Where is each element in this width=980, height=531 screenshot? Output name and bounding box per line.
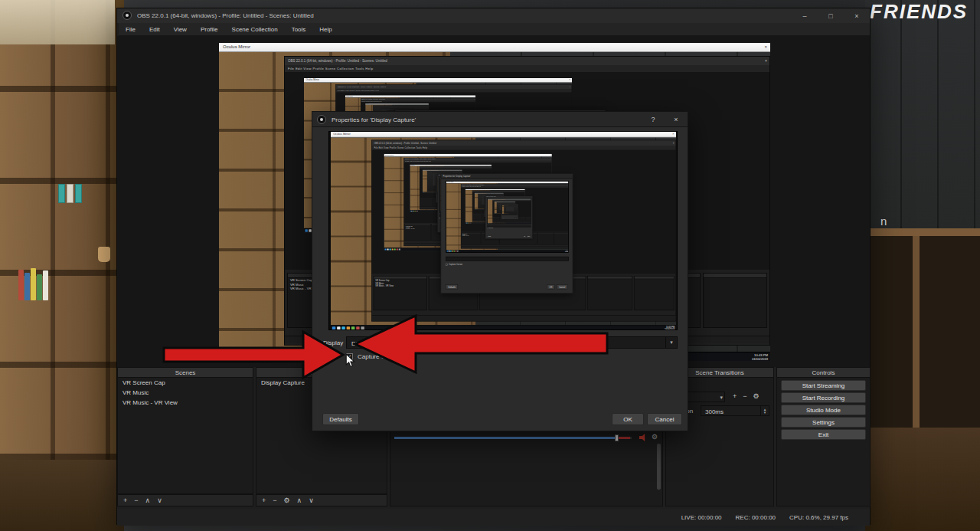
spacer [504, 218, 514, 219]
menu-edit[interactable]: Edit [142, 26, 167, 33]
scenes-dock-header: Scenes [117, 367, 253, 378]
window-controls: – □ × [792, 8, 870, 23]
mini-obs-title: OBS 22.0.1 (64-bit, windows) - Profile: … [338, 86, 386, 87]
taskbar-tray: 10:43 PM24/06/2018 [752, 353, 768, 361]
menu-file[interactable]: File [119, 26, 142, 33]
dialog-close-button[interactable]: × [669, 112, 683, 127]
obs-logo-icon [317, 115, 326, 124]
start-recording-button[interactable]: Start Recording [781, 392, 866, 403]
volume-slider-handle[interactable] [615, 434, 619, 441]
remove-source-icon[interactable]: − [273, 497, 276, 504]
menu-profile[interactable]: Profile [194, 26, 225, 33]
mini-obs-titlebar: OBS 22.0.1 (64-bit, windows) - Profile: … [372, 140, 676, 146]
taskbar-clock: 10:43 PM24/06/2018 [565, 251, 569, 252]
move-source-down-icon[interactable]: ∨ [309, 497, 314, 504]
mirror-window-title: Oculus Mirror [385, 154, 394, 156]
chevron-down-icon[interactable]: ▾ [665, 337, 677, 348]
menu-help[interactable]: Help [312, 26, 338, 33]
cancel-button[interactable]: Cancel [647, 413, 682, 425]
menu-view[interactable]: View [167, 26, 194, 33]
ok-button[interactable]: OK [612, 413, 644, 425]
sources-toolbar: + − ⚙ ∧ ∨ [256, 494, 387, 506]
mini-display-select [502, 215, 518, 215]
mini-obs-window [504, 205, 518, 214]
wood-floor [0, 460, 124, 531]
add-transition-icon[interactable]: + [733, 393, 737, 400]
scene-item[interactable]: VR Music [118, 388, 253, 398]
studio-mode-button[interactable]: Studio Mode [781, 405, 866, 415]
settings-button[interactable]: Settings [781, 417, 866, 428]
nested-screen-wrap: Oculus Mirror×FRIENDSOBS 22.0.1 (64-bit,… [446, 182, 569, 252]
mini-checkbox-label: Capture Cursor [449, 264, 462, 266]
taskbar-app-icon [356, 326, 359, 329]
exit-button[interactable]: Exit [781, 429, 866, 440]
scene-item[interactable]: VR Screen Cap [118, 378, 253, 388]
mini-dock: VR Screen CapVR MusicVR Music - VR View [420, 198, 433, 207]
mirror-close-icon: × [474, 96, 475, 97]
menu-bar: File Edit View Profile Scene Collection … [119, 23, 870, 36]
source-properties-icon[interactable]: ⚙ [284, 497, 290, 504]
mini-ok-button: OK [523, 235, 526, 237]
display-select[interactable]: Display 0: 1920x1080 @ 0,0 ▾ [346, 336, 678, 349]
mini-dock-header [704, 274, 767, 278]
maximize-button[interactable]: □ [818, 8, 844, 23]
obs-titlebar[interactable]: OBS 22.0.1 (64-bit, windows) - Profile: … [117, 8, 870, 23]
mini-display-select [487, 225, 531, 227]
taskbar-app-icon [397, 248, 398, 250]
mixer-scrollbar[interactable] [657, 444, 661, 490]
move-source-up-icon[interactable]: ∧ [297, 497, 302, 504]
add-source-icon[interactable]: + [262, 497, 266, 504]
menu-scene-collection[interactable]: Scene Collection [225, 26, 285, 33]
mirror-window-title: Oculus Mirror [305, 79, 319, 81]
spinner-arrows[interactable]: ▴ ▾ [760, 406, 769, 415]
mini-obs-title: OBS 22.0.1 (64-bit, windows) - Profile: … [462, 185, 484, 185]
dialog-titlebar[interactable]: Properties for 'Display Capture' ? × [312, 112, 688, 127]
taskbar-app-icon [244, 354, 250, 359]
volume-slider-fill [394, 437, 618, 439]
defaults-button[interactable]: Defaults [322, 413, 359, 425]
remove-scene-icon[interactable]: − [134, 497, 138, 504]
taskbar-app-icon [347, 326, 350, 329]
move-scene-down-icon[interactable]: ∨ [157, 497, 162, 504]
scene-item[interactable]: VR Music - VR View [118, 398, 253, 408]
capture-cursor-checkbox[interactable]: ✓ [346, 353, 353, 360]
mirror-close-icon: × [568, 182, 569, 182]
mirror-window-title: Oculus Mirror [223, 44, 250, 49]
taskbar-app-icon [384, 248, 386, 250]
shelf-boxes [58, 184, 82, 203]
mini-cancel-button: Cancel [527, 235, 531, 237]
capture-cursor-label[interactable]: Capture Cursor [358, 353, 400, 360]
start-streaming-button[interactable]: Start Streaming [781, 380, 866, 391]
taskbar-app-icon [457, 251, 459, 252]
mute-speaker-icon[interactable] [639, 434, 648, 441]
mini-obs-close-icon: × [550, 159, 551, 160]
taskbar-icons [384, 248, 400, 250]
move-scene-up-icon[interactable]: ∧ [145, 497, 151, 504]
close-button[interactable]: × [844, 8, 870, 23]
menu-tools[interactable]: Tools [285, 26, 313, 33]
taskbar-app-icon [260, 354, 265, 359]
captured-screen-level-2: Oculus Mirror×FRIENDSOBS 22.0.1 (64-bit,… [446, 182, 569, 252]
mini-dock-header [634, 277, 674, 280]
windows-taskbar: 10:43 PM24/06/2018 [331, 325, 676, 330]
minimize-button[interactable]: – [792, 8, 818, 23]
mini-obs-title: OBS 22.0.1 (64-bit, windows) - Profile: … [420, 167, 435, 168]
captured-desktop: FRIENDSOBS 22.0.1 (64-bit, windows) - Pr… [446, 183, 569, 250]
mixer-gear-icon[interactable]: ⚙ [652, 433, 658, 441]
help-button[interactable]: ? [646, 112, 660, 127]
duration-spinbox[interactable]: 300ms ▴ ▾ [701, 405, 769, 416]
volume-slider-track[interactable] [394, 437, 632, 439]
mini-properties-dialog: Properties for 'Display Capture'Oculus M… [501, 204, 518, 219]
taskbar-app-icon [394, 248, 396, 250]
spin-down-icon[interactable]: ▾ [764, 411, 766, 414]
teal-box [58, 184, 65, 203]
taskbar-icons [447, 251, 459, 252]
taskbar-app-icon [229, 354, 234, 359]
properties-dialog: Properties for 'Display Capture' ? × Ocu… [312, 111, 688, 431]
remove-transition-icon[interactable]: − [743, 393, 746, 400]
mini-obs-title: OBS 22.0.1 (64-bit, windows) - Profile: … [405, 159, 436, 160]
add-scene-icon[interactable]: + [123, 497, 127, 504]
taskbar-app-icon [426, 192, 426, 193]
mini-dock [587, 276, 632, 310]
transition-properties-icon[interactable]: ⚙ [753, 393, 760, 400]
